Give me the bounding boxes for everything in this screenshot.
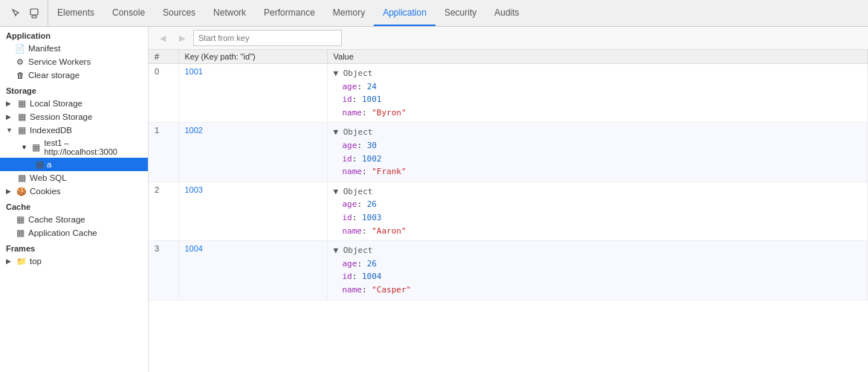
manifest-icon (15, 43, 25, 54)
devtools-toolbar: Elements Console Sources Network Perform… (0, 0, 868, 27)
toolbar-icons (3, 0, 48, 26)
cell-key[interactable]: 1004 (178, 241, 327, 300)
indexeddb-icon (16, 125, 27, 135)
device-icon[interactable] (27, 6, 42, 21)
sidebar-item-cookies[interactable]: ▶ Cookies (0, 185, 148, 198)
tab-application[interactable]: Application (374, 0, 435, 26)
tab-memory[interactable]: Memory (324, 0, 374, 26)
svg-rect-1 (32, 16, 36, 18)
db-icon (31, 142, 42, 153)
content-toolbar: ◀ ▶ (149, 27, 868, 50)
forward-button[interactable]: ▶ (174, 30, 190, 46)
arrow-icon: ▶ (6, 100, 13, 107)
col-header-value: Value (327, 50, 868, 64)
sidebar-item-test1-db[interactable]: ▼ test1 – http://localhost:3000 (0, 137, 148, 158)
sidebar-item-manifest[interactable]: Manifest (0, 42, 148, 55)
clear-icon (15, 70, 25, 80)
app-cache-icon (15, 228, 25, 238)
storage-icon (16, 98, 27, 109)
sidebar-item-clear-storage[interactable]: Clear storage (0, 68, 148, 82)
tab-sources[interactable]: Sources (154, 0, 204, 26)
cell-key[interactable]: 1003 (178, 182, 327, 240)
table-row: 01001▼ Objectage: 24id: 1001name: "Byron… (149, 64, 868, 123)
start-from-key-input[interactable] (193, 30, 342, 46)
sidebar-section-frames: Frames (0, 240, 148, 254)
sidebar-section-application: Application (0, 27, 148, 42)
arrow-icon: ▼ (6, 126, 13, 134)
cookies-icon (16, 186, 27, 196)
sidebar-item-session-storage[interactable]: ▶ Session Storage (0, 110, 148, 124)
sidebar-item-app-cache[interactable]: Application Cache (0, 226, 148, 240)
workers-icon (15, 57, 25, 67)
col-header-key: Key (Key path: "id") (178, 50, 327, 64)
cache-storage-icon (15, 214, 25, 225)
sidebar-section-cache: Cache (0, 198, 148, 213)
sidebar-item-service-workers[interactable]: Service Workers (0, 55, 148, 68)
data-table: # Key (Key path: "id") Value 01001▼ Obje… (149, 50, 868, 372)
col-header-index: # (149, 50, 178, 64)
tab-audits[interactable]: Audits (485, 0, 528, 26)
sidebar-item-websql[interactable]: Web SQL (0, 171, 148, 185)
cell-value: ▼ Objectage: 30id: 1002name: "Frank" (327, 123, 868, 182)
table-row: 21003▼ Objectage: 26id: 1003name: "Aaron… (149, 182, 868, 240)
table-row: 31004▼ Objectage: 26id: 1004name: "Caspe… (149, 241, 868, 300)
main-layout: Application Manifest Service Workers Cle… (0, 27, 868, 372)
cell-value: ▼ Objectage: 26id: 1004name: "Casper" (327, 241, 868, 300)
tab-console[interactable]: Console (103, 0, 154, 26)
arrow-icon: ▼ (21, 144, 28, 151)
cell-index: 3 (149, 241, 178, 300)
cell-value: ▼ Objectage: 24id: 1001name: "Byron" (327, 64, 868, 123)
back-button[interactable]: ◀ (155, 30, 171, 46)
tab-performance[interactable]: Performance (255, 0, 324, 26)
table-row: 11002▼ Objectage: 30id: 1002name: "Frank… (149, 123, 868, 182)
sidebar-item-cache-storage[interactable]: Cache Storage (0, 213, 148, 226)
arrow-icon: ▶ (6, 257, 13, 265)
tab-elements[interactable]: Elements (48, 0, 103, 26)
table-icon (36, 159, 44, 170)
websql-icon (16, 173, 27, 183)
tab-network[interactable]: Network (204, 0, 255, 26)
cell-key[interactable]: 1001 (178, 64, 327, 123)
cell-value: ▼ Objectage: 26id: 1003name: "Aaron" (327, 182, 868, 240)
tab-list: Elements Console Sources Network Perform… (48, 0, 865, 26)
content-area: ◀ ▶ # Key (Key path: "id") Value 01001▼ … (149, 27, 868, 372)
folder-icon (16, 256, 27, 266)
sidebar-item-frames-top[interactable]: ▶ top (0, 254, 148, 268)
arrow-icon: ▶ (6, 113, 13, 121)
inspect-icon[interactable] (9, 6, 24, 21)
cell-index: 2 (149, 182, 178, 240)
cell-index: 1 (149, 123, 178, 182)
svg-rect-0 (30, 9, 38, 15)
storage-icon (16, 112, 27, 122)
sidebar-section-storage: Storage (0, 82, 148, 97)
cell-index: 0 (149, 64, 178, 123)
cell-key[interactable]: 1002 (178, 123, 327, 182)
arrow-icon: ▶ (6, 187, 13, 195)
sidebar-item-local-storage[interactable]: ▶ Local Storage (0, 97, 148, 110)
tab-security[interactable]: Security (435, 0, 485, 26)
sidebar-item-db-table-a[interactable]: a (0, 158, 148, 171)
sidebar-item-indexeddb[interactable]: ▼ IndexedDB (0, 124, 148, 137)
sidebar: Application Manifest Service Workers Cle… (0, 27, 149, 372)
